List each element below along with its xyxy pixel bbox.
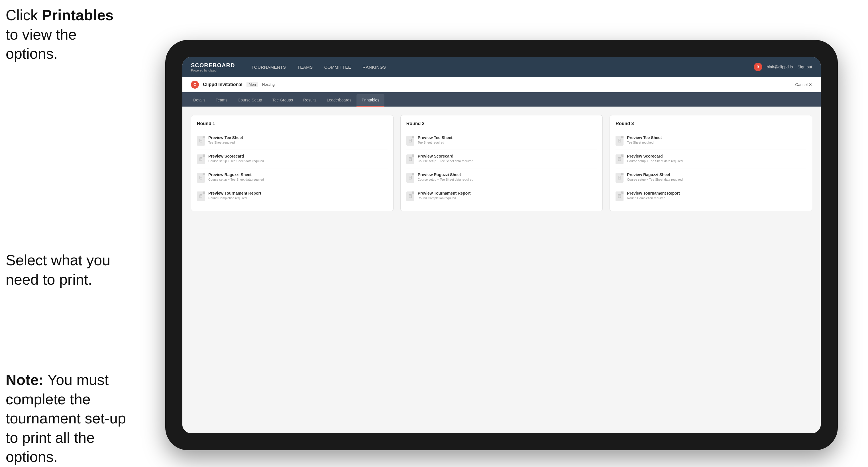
round2-scorecard-label: Preview Scorecard — [418, 154, 473, 158]
tee-sheet-icon — [197, 136, 205, 146]
nav-tournaments[interactable]: TOURNAMENTS — [246, 62, 291, 72]
round2-report-label: Preview Tournament Report — [418, 191, 471, 195]
cancel-button[interactable]: Cancel ✕ — [795, 82, 812, 87]
round3-scorecard[interactable]: Preview Scorecard Course setup + Tee She… — [616, 150, 806, 168]
tab-printables[interactable]: Printables — [356, 94, 384, 106]
top-nav-links: TOURNAMENTS TEAMS COMMITTEE RANKINGS — [246, 62, 753, 72]
round1-scorecard-sublabel: Course setup + Tee Sheet data required — [208, 159, 264, 163]
r3-tee-sheet-icon — [616, 136, 623, 146]
round2-raguzzi-label: Preview Raguzzi Sheet — [418, 173, 473, 177]
round3-scorecard-sublabel: Course setup + Tee Sheet data required — [627, 159, 682, 163]
instruction-middle: Select what you need to print. — [6, 251, 137, 289]
r2-raguzzi-icon — [406, 173, 414, 183]
instruction-bottom: Note: You must complete the tournament s… — [6, 370, 137, 467]
round2-raguzzi[interactable]: Preview Raguzzi Sheet Course setup + Tee… — [406, 168, 597, 187]
round1-scorecard[interactable]: Preview Scorecard Course setup + Tee She… — [197, 150, 388, 168]
round1-tee-sheet-sublabel: Tee Sheet required — [208, 141, 243, 144]
round-3-column: Round 3 Preview Tee Sheet Tee Sheet requ… — [610, 115, 812, 211]
round3-report-label: Preview Tournament Report — [627, 191, 680, 195]
scorecard-icon — [197, 154, 205, 164]
main-content: Round 1 Preview Tee Sheet Tee Sheet requ… — [182, 106, 821, 433]
scoreboard-logo: SCOREBOARD Powered by clippd — [191, 62, 235, 72]
round1-raguzzi-label: Preview Raguzzi Sheet — [208, 173, 264, 177]
nav-committee[interactable]: COMMITTEE — [319, 62, 356, 72]
r2-scorecard-icon — [406, 154, 414, 164]
clippd-icon: C — [191, 81, 199, 89]
r2-report-icon — [406, 191, 414, 201]
round-3-title: Round 3 — [616, 121, 806, 126]
r3-scorecard-icon — [616, 154, 623, 164]
round3-raguzzi[interactable]: Preview Raguzzi Sheet Course setup + Tee… — [616, 168, 806, 187]
round1-raguzzi-sublabel: Course setup + Tee Sheet data required — [208, 178, 264, 181]
round2-tournament-report[interactable]: Preview Tournament Report Round Completi… — [406, 187, 597, 205]
printables-bold: Printables — [42, 7, 114, 23]
tournament-report-icon — [197, 191, 205, 201]
round2-scorecard[interactable]: Preview Scorecard Course setup + Tee She… — [406, 150, 597, 168]
round3-tee-sheet[interactable]: Preview Tee Sheet Tee Sheet required — [616, 131, 806, 150]
round2-tee-sheet-sublabel: Tee Sheet required — [418, 141, 453, 144]
round-2-column: Round 2 Preview Tee Sheet Tee Sheet requ… — [400, 115, 603, 211]
hosting-status: Hosting — [262, 82, 275, 87]
r2-tee-sheet-icon — [406, 136, 414, 146]
round1-report-label: Preview Tournament Report — [208, 191, 261, 195]
round-2-title: Round 2 — [406, 121, 597, 126]
round3-raguzzi-label: Preview Raguzzi Sheet — [627, 173, 682, 177]
tab-course-setup[interactable]: Course Setup — [232, 94, 267, 106]
raguzzi-icon — [197, 173, 205, 183]
user-avatar: B — [754, 63, 762, 71]
round-1-title: Round 1 — [197, 121, 388, 126]
tablet-screen: SCOREBOARD Powered by clippd TOURNAMENTS… — [182, 57, 821, 433]
top-nav-right: B blair@clippd.io Sign out — [754, 63, 812, 71]
round1-report-sublabel: Round Completion required — [208, 196, 261, 200]
logo-sub: Powered by clippd — [191, 69, 235, 72]
tablet-device: SCOREBOARD Powered by clippd TOURNAMENTS… — [165, 40, 838, 450]
round2-tee-sheet[interactable]: Preview Tee Sheet Tee Sheet required — [406, 131, 597, 150]
round3-tournament-report[interactable]: Preview Tournament Report Round Completi… — [616, 187, 806, 205]
round1-raguzzi[interactable]: Preview Raguzzi Sheet Course setup + Tee… — [197, 168, 388, 187]
tab-teams[interactable]: Teams — [211, 94, 232, 106]
round2-report-sublabel: Round Completion required — [418, 196, 471, 200]
rounds-container: Round 1 Preview Tee Sheet Tee Sheet requ… — [191, 115, 812, 211]
round2-tee-sheet-label: Preview Tee Sheet — [418, 135, 453, 140]
top-navigation: SCOREBOARD Powered by clippd TOURNAMENTS… — [182, 57, 821, 77]
round2-raguzzi-sublabel: Course setup + Tee Sheet data required — [418, 178, 473, 181]
round1-tee-sheet[interactable]: Preview Tee Sheet Tee Sheet required — [197, 131, 388, 150]
round1-tournament-report[interactable]: Preview Tournament Report Round Completi… — [197, 187, 388, 205]
r3-raguzzi-icon — [616, 173, 623, 183]
tournament-name: Clippd Invitational — [203, 82, 243, 87]
logo-title: SCOREBOARD — [191, 62, 235, 69]
nav-rankings[interactable]: RANKINGS — [358, 62, 391, 72]
round-1-column: Round 1 Preview Tee Sheet Tee Sheet requ… — [191, 115, 394, 211]
round1-tee-sheet-label: Preview Tee Sheet — [208, 135, 243, 140]
round3-tee-sheet-sublabel: Tee Sheet required — [627, 141, 662, 144]
tab-details[interactable]: Details — [188, 94, 211, 106]
tab-leaderboards[interactable]: Leaderboards — [322, 94, 356, 106]
tab-tee-groups[interactable]: Tee Groups — [267, 94, 298, 106]
round2-scorecard-sublabel: Course setup + Tee Sheet data required — [418, 159, 473, 163]
tab-results[interactable]: Results — [298, 94, 322, 106]
nav-teams[interactable]: TEAMS — [292, 62, 318, 72]
sign-out-link[interactable]: Sign out — [798, 65, 812, 69]
round3-scorecard-label: Preview Scorecard — [627, 154, 682, 158]
r3-report-icon — [616, 191, 623, 201]
tab-bar: Details Teams Course Setup Tee Groups Re… — [182, 92, 821, 106]
tournament-header: C Clippd Invitational Men Hosting Cancel… — [182, 77, 821, 92]
round3-raguzzi-sublabel: Course setup + Tee Sheet data required — [627, 178, 682, 181]
user-email: blair@clippd.io — [767, 65, 793, 69]
round1-scorecard-label: Preview Scorecard — [208, 154, 264, 158]
round3-tee-sheet-label: Preview Tee Sheet — [627, 135, 662, 140]
tournament-tag: Men — [247, 82, 258, 87]
round3-report-sublabel: Round Completion required — [627, 196, 680, 200]
instruction-top: Click Printables to view the options. — [6, 6, 125, 64]
tournament-title-row: C Clippd Invitational Men Hosting — [191, 81, 275, 89]
